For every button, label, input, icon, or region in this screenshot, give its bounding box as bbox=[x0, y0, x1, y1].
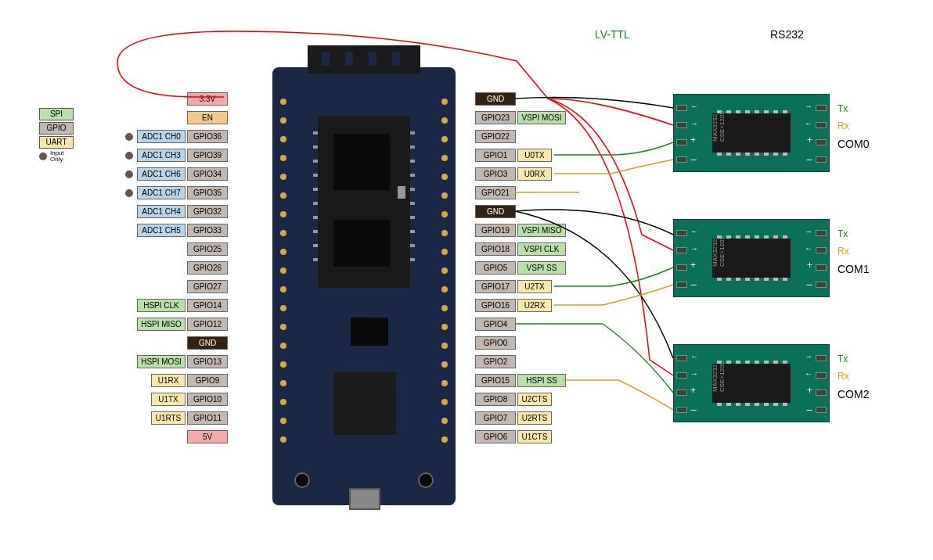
chip-leg bbox=[783, 235, 787, 239]
pin-hole bbox=[280, 399, 286, 405]
pin-row: ADC1 CH6GPIO34 bbox=[125, 166, 228, 182]
legend-input-only-dot bbox=[39, 153, 47, 160]
module-pin bbox=[313, 230, 318, 233]
pin-row: GPIO8U2CTS bbox=[474, 391, 566, 407]
pin-label-vspi-ss: VSPI SS bbox=[517, 261, 566, 275]
pin-label-hspi-miso: HSPI MISO bbox=[137, 318, 186, 331]
pin-label-adc1-ch3: ADC1 CH3 bbox=[137, 149, 186, 162]
pin-row: GPIO19VSPI MISO bbox=[474, 222, 566, 239]
rs232-label: RS232 bbox=[770, 28, 804, 41]
pin-hole bbox=[280, 192, 286, 199]
pin-label-u2rts: U2RTS bbox=[517, 411, 552, 425]
converter-pad bbox=[676, 156, 687, 163]
arrow-icon: → bbox=[805, 227, 812, 235]
pin-label-vspi-clk: VSPI CLK bbox=[517, 242, 566, 256]
minus-icon: − bbox=[690, 278, 697, 291]
pin-hole bbox=[280, 136, 286, 142]
pin-row: ADC1 CH5GPIO33 bbox=[135, 222, 228, 239]
module-pin bbox=[313, 145, 318, 149]
pin-row: HSPI CLKGPIO14 bbox=[135, 297, 228, 314]
pin-hole bbox=[280, 436, 286, 443]
pin-label-vspi-mosi: VSPI MOSI bbox=[517, 111, 566, 124]
pin-row: HSPI MISOGPIO12 bbox=[135, 316, 228, 332]
pin-label-gpio26: GPIO26 bbox=[187, 261, 228, 275]
chip-leg bbox=[773, 403, 778, 406]
chip-leg bbox=[783, 110, 787, 113]
pin-hole bbox=[441, 305, 448, 311]
pin-label-en: EN bbox=[187, 111, 228, 124]
chip-leg bbox=[736, 110, 740, 113]
pin-label-gpio5: GPIO5 bbox=[475, 261, 516, 275]
pin-row: GPIO17U2TX bbox=[474, 278, 566, 295]
pin-row: GPIO21 bbox=[474, 185, 566, 201]
minus-icon: − bbox=[806, 404, 812, 416]
chip-leg bbox=[745, 278, 750, 281]
input-only-dot bbox=[125, 133, 133, 141]
pin-hole bbox=[280, 343, 286, 349]
chip-leg bbox=[773, 235, 778, 239]
legend: SPI GPIO UART Input Only bbox=[39, 108, 74, 164]
right-pin-column: GNDGPIO23VSPI MOSIGPIO22GPIO1U0TXGPIO3U0… bbox=[474, 91, 566, 447]
chip-leg bbox=[773, 361, 778, 364]
pin-label-gpio0: GPIO0 bbox=[475, 336, 516, 350]
input-only-dot bbox=[125, 189, 133, 197]
pin-hole bbox=[441, 286, 448, 293]
chip-leg bbox=[745, 153, 750, 156]
module-pin bbox=[410, 244, 415, 247]
legend-spi: SPI bbox=[39, 108, 74, 120]
chip-leg bbox=[736, 153, 740, 156]
pin-row: ADC1 CH4GPIO32 bbox=[135, 203, 228, 220]
arrow-icon: → bbox=[805, 102, 812, 110]
tx-label: Tx bbox=[838, 354, 848, 364]
pin-label-gpio10: GPIO10 bbox=[187, 393, 228, 406]
en-button bbox=[418, 472, 434, 488]
chip-leg bbox=[755, 110, 759, 113]
pin-row: GPIO22 bbox=[474, 128, 566, 145]
flash-chip bbox=[333, 220, 390, 267]
chip-leg bbox=[783, 278, 787, 281]
pin-row: GND bbox=[186, 335, 228, 351]
pin-row: GPIO25 bbox=[186, 241, 228, 257]
pin-hole bbox=[441, 99, 448, 105]
chip-leg bbox=[764, 278, 769, 281]
pin-row: GPIO18VSPI CLK bbox=[474, 241, 566, 257]
pin-hole bbox=[280, 155, 286, 161]
arrow-icon: ← bbox=[690, 227, 698, 235]
wire-u2tx bbox=[554, 267, 673, 286]
pin-label-u2rx: U2RX bbox=[517, 299, 552, 312]
pin-hole bbox=[280, 324, 286, 330]
wire-vcc-1 bbox=[548, 99, 673, 250]
pin-label-gpio6: GPIO6 bbox=[475, 430, 516, 443]
chip-leg bbox=[764, 110, 769, 113]
chip-leg bbox=[783, 403, 787, 406]
pin-hole bbox=[280, 211, 286, 217]
chip-leg bbox=[745, 235, 750, 239]
pin-row: U1TXGPIO10 bbox=[149, 391, 228, 407]
com-label: COM2 bbox=[838, 388, 869, 400]
pin-label-gnd: GND bbox=[475, 205, 516, 218]
module-pin bbox=[410, 160, 415, 163]
pin-hole bbox=[280, 99, 286, 105]
arrow-icon: ← bbox=[805, 119, 812, 127]
pin-hole bbox=[441, 230, 448, 236]
pin-hole bbox=[441, 155, 448, 161]
pin-hole bbox=[280, 286, 286, 293]
pin-label-u0rx: U0RX bbox=[517, 167, 552, 181]
boot-button bbox=[294, 472, 310, 488]
converter-com0: MAX3232 CSE+1205TxRxCOM0+−+−→←←→ bbox=[673, 94, 830, 172]
converter-chip-label: MAX3232 CSE+1205 bbox=[711, 235, 726, 267]
pin-label-gpio16: GPIO16 bbox=[475, 299, 516, 312]
pin-label-gpio36: GPIO36 bbox=[187, 130, 228, 143]
converter-pad bbox=[816, 407, 827, 413]
pin-row: GPIO0 bbox=[474, 335, 566, 351]
pin-row: GPIO15HSPI SS bbox=[474, 372, 566, 389]
pin-label-gnd: GND bbox=[475, 92, 516, 106]
arrow-icon: → bbox=[690, 369, 698, 378]
minus-icon: − bbox=[690, 404, 697, 416]
chip-leg bbox=[755, 278, 759, 281]
pin-hole bbox=[280, 117, 286, 124]
pin-hole bbox=[441, 399, 448, 405]
pin-hole bbox=[441, 380, 448, 386]
converter-pad bbox=[676, 122, 687, 128]
wire-vcc-2 bbox=[548, 99, 673, 375]
